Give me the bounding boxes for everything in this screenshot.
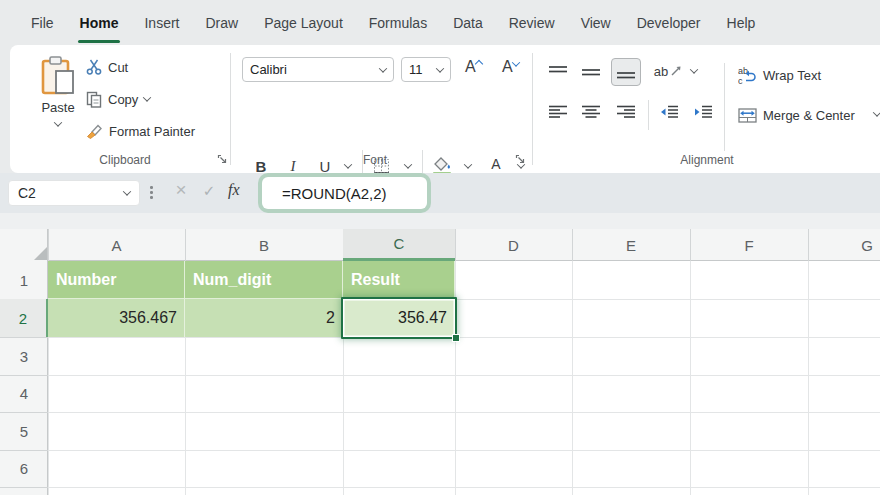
middle-align-button[interactable]	[578, 62, 604, 82]
cell-B1[interactable]: Num_digit	[185, 261, 343, 299]
merge-center-icon	[738, 108, 757, 123]
tab-review[interactable]: Review	[496, 0, 568, 45]
merge-center-dropdown-icon[interactable]	[870, 107, 880, 121]
formula-bar-gap	[0, 213, 880, 229]
cut-label: Cut	[108, 60, 128, 75]
column-header-F[interactable]: F	[690, 229, 808, 261]
select-all-corner[interactable]	[34, 247, 47, 260]
increase-font-size-button[interactable]: A	[465, 58, 482, 76]
formula-input[interactable]: =ROUND(A2,2)	[262, 177, 427, 209]
decrease-font-glyph: A	[502, 58, 513, 76]
column-header-E[interactable]: E	[572, 229, 690, 261]
decrease-font-caret-icon	[511, 58, 519, 66]
gridline	[48, 412, 880, 413]
font-size-dropdown-icon[interactable]	[436, 64, 444, 72]
format-painter-label: Format Painter	[109, 124, 195, 139]
wrap-text-button[interactable]: ab c Wrap Text	[738, 63, 821, 87]
copy-label: Copy	[108, 92, 138, 107]
align-right-button[interactable]	[613, 102, 639, 122]
ribbon-home: Paste Cut Copy	[10, 45, 880, 173]
tab-draw[interactable]: Draw	[192, 0, 251, 45]
formula-bar: C2 × ✓ fx =ROUND(A2,2)	[0, 173, 880, 213]
decrease-indent-button[interactable]	[656, 102, 682, 122]
paste-button[interactable]: Paste	[30, 55, 86, 151]
tab-data[interactable]: Data	[440, 0, 496, 45]
gridline	[808, 261, 809, 495]
tab-page-layout[interactable]: Page Layout	[251, 0, 356, 45]
decrease-font-size-button[interactable]: A	[502, 58, 519, 76]
cell-C1[interactable]: Result	[343, 261, 455, 299]
gridline	[48, 337, 880, 338]
font-size-combobox[interactable]: 11	[401, 57, 451, 82]
fill-handle[interactable]	[452, 334, 460, 342]
column-header-C-selected[interactable]: C	[343, 229, 455, 261]
increase-font-caret-icon	[474, 60, 482, 68]
name-box[interactable]: C2	[8, 180, 140, 206]
increase-indent-button[interactable]	[690, 102, 716, 122]
gridline	[48, 487, 880, 488]
svg-text:ab: ab	[738, 66, 748, 76]
row-header-2-selected[interactable]: 2	[0, 299, 48, 337]
paste-label: Paste	[41, 100, 74, 115]
formula-text: =ROUND(A2,2)	[282, 185, 387, 202]
orientation-dropdown-icon[interactable]	[687, 64, 701, 78]
excel-window: File Home Insert Draw Page Layout Formul…	[0, 0, 880, 495]
align-center-button[interactable]	[578, 102, 604, 122]
cell-B2[interactable]: 2	[185, 299, 343, 337]
tab-developer[interactable]: Developer	[624, 0, 714, 45]
wrap-text-label: Wrap Text	[763, 68, 821, 83]
row-header-6[interactable]: 6	[0, 450, 48, 487]
copy-dropdown-icon[interactable]	[143, 93, 151, 101]
copy-button[interactable]: Copy	[86, 87, 150, 111]
group-divider	[230, 53, 231, 165]
column-header-G[interactable]: G	[808, 229, 880, 261]
cell-A2[interactable]: 356.467	[48, 299, 185, 337]
enter-icon[interactable]: ✓	[198, 182, 220, 200]
font-family-combobox[interactable]: Calibri	[242, 57, 394, 82]
orientation-arrow-icon	[670, 65, 682, 77]
tab-formulas[interactable]: Formulas	[356, 0, 440, 45]
font-family-value: Calibri	[250, 62, 287, 77]
name-box-dropdown-icon[interactable]	[123, 187, 131, 195]
name-box-value: C2	[18, 185, 36, 201]
tab-insert[interactable]: Insert	[131, 0, 192, 45]
formula-bar-splitter[interactable]	[150, 186, 153, 199]
font-family-dropdown-icon[interactable]	[379, 64, 387, 72]
tab-home[interactable]: Home	[67, 0, 132, 45]
group-divider	[532, 53, 533, 165]
cut-scissors-icon	[86, 59, 102, 75]
font-dialog-launcher[interactable]	[513, 152, 527, 166]
font-group-label: Font	[320, 153, 430, 167]
insert-function-icon[interactable]: fx	[228, 181, 240, 199]
cut-button[interactable]: Cut	[86, 55, 128, 79]
align-left-button[interactable]	[545, 102, 571, 122]
row-header-5[interactable]: 5	[0, 412, 48, 450]
orientation-button[interactable]: ab	[653, 59, 683, 83]
cancel-icon[interactable]: ×	[170, 179, 192, 201]
bottom-align-button[interactable]	[611, 58, 641, 86]
column-header-A[interactable]: A	[48, 229, 185, 261]
alignment-divider	[648, 100, 649, 130]
tab-file[interactable]: File	[18, 0, 67, 45]
paste-dropdown-icon[interactable]	[54, 118, 62, 126]
top-align-button[interactable]	[545, 62, 571, 82]
alignment-group-label: Alignment	[652, 153, 762, 167]
active-cell-C2[interactable]: 356.47	[341, 297, 457, 339]
spreadsheet-grid: C 2 A B D E F G 1 3 4 5 6 Number Num_dig…	[0, 229, 880, 495]
cell-A1[interactable]: Number	[48, 261, 185, 299]
ribbon-tab-bar: File Home Insert Draw Page Layout Formul…	[0, 0, 880, 45]
tab-view[interactable]: View	[568, 0, 624, 45]
cell-C2-value: 356.47	[398, 309, 447, 327]
column-header-D[interactable]: D	[455, 229, 572, 261]
paste-clipboard-icon	[39, 55, 77, 97]
row-header-4[interactable]: 4	[0, 375, 48, 412]
row-header-3[interactable]: 3	[0, 337, 48, 375]
gridline	[48, 375, 880, 376]
format-painter-button[interactable]: Format Painter	[86, 119, 195, 143]
row-header-1[interactable]: 1	[0, 261, 48, 299]
font-size-value: 11	[409, 62, 423, 77]
tab-help[interactable]: Help	[714, 0, 769, 45]
merge-center-button[interactable]: Merge & Center	[738, 103, 855, 127]
clipboard-dialog-launcher[interactable]	[215, 152, 229, 166]
column-header-B[interactable]: B	[185, 229, 343, 261]
